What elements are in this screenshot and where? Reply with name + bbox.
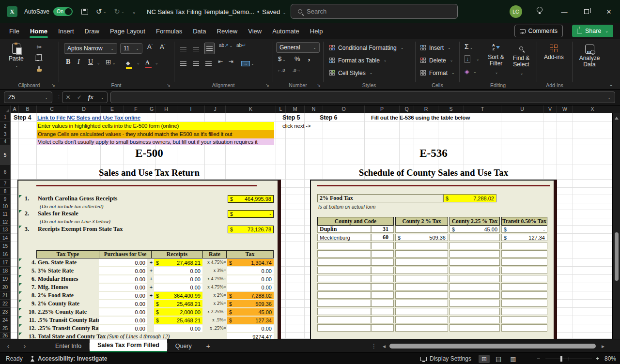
cell-receipts-exempt[interactable]: $ 73,126.78 — [228, 226, 274, 233]
row-header-13[interactable]: 13 — [0, 226, 11, 234]
header-receipts[interactable]: Receipts — [151, 250, 203, 258]
row-header-4[interactable]: 4 — [0, 138, 11, 145]
align-center-button[interactable] — [193, 59, 199, 68]
cell-county-name[interactable] — [317, 267, 371, 274]
cell-county-name[interactable]: Duplin — [317, 226, 371, 233]
cell-county-code[interactable] — [371, 316, 394, 323]
avatar[interactable]: LC — [510, 5, 522, 18]
cell-county-225pct[interactable]: $45.00 — [450, 226, 500, 233]
cell-step4[interactable]: Step 4 — [14, 114, 31, 121]
cell-county-2pct[interactable] — [395, 275, 448, 282]
quick-access-menu-icon[interactable]: ⌄ — [132, 9, 136, 15]
row-header-17[interactable]: 17 — [0, 258, 11, 267]
cell-receipts[interactable]: $364,400.99 — [154, 292, 202, 299]
cell-county-name[interactable] — [317, 291, 371, 299]
column-header-J[interactable]: J — [205, 106, 226, 113]
cell-tax[interactable]: 0.00 — [227, 284, 274, 291]
cell-county-code[interactable] — [371, 250, 394, 258]
paste-button[interactable]: Paste ⌄ — [9, 44, 24, 68]
column-header-A[interactable]: A — [11, 106, 19, 113]
cell-county-name[interactable] — [317, 316, 371, 323]
clear-button[interactable]: ◈ — [465, 68, 469, 75]
cell-county-name[interactable] — [317, 242, 371, 249]
header-county-2[interactable]: County 2 % Tax — [395, 217, 448, 226]
column-header-V[interactable]: V — [543, 106, 557, 113]
page-break-view-button[interactable]: ▥ — [507, 355, 519, 363]
sheet-nav-right-icon[interactable]: › — [16, 339, 33, 352]
share-button[interactable]: Share ⌄ — [572, 25, 613, 37]
menu-tab-page-layout[interactable]: Page Layout — [105, 23, 151, 39]
cell-receipts[interactable]: 0.00 — [154, 325, 202, 332]
cell-transit[interactable] — [501, 242, 547, 249]
align-right-button[interactable] — [205, 59, 212, 68]
column-header-R[interactable]: R — [414, 106, 438, 113]
column-header-O[interactable]: O — [323, 106, 365, 113]
row-header-21[interactable]: 21 — [0, 291, 11, 300]
cell-county-name[interactable] — [317, 275, 371, 282]
column-header-W[interactable]: W — [557, 106, 573, 113]
cell-receipts[interactable]: 0.00 — [154, 275, 202, 283]
sort-filter-button[interactable]: AZ Sort & Filter ⌄ — [485, 44, 507, 76]
column-header-L[interactable]: L — [276, 106, 286, 113]
normal-view-button[interactable]: ⊞ — [479, 355, 490, 363]
cell-county-225pct[interactable] — [450, 283, 500, 290]
header-tax[interactable]: Tax — [226, 250, 274, 258]
menu-tab-help[interactable]: Help — [305, 23, 328, 39]
cell-transit[interactable] — [501, 250, 547, 258]
merge-center-button[interactable]: ↔⌄ — [241, 58, 254, 67]
cell-gross-receipts[interactable]: $ 464,995.98 — [228, 195, 274, 203]
increase-font-button[interactable]: Aˆ — [147, 43, 153, 50]
cell-county-2pct[interactable] — [395, 316, 448, 323]
cell-transit[interactable] — [501, 283, 547, 290]
copy-button[interactable]: ⌄ — [35, 54, 44, 63]
cell-county-2pct[interactable] — [395, 308, 448, 315]
cell-transit[interactable] — [501, 324, 547, 332]
lightbulb-icon[interactable] — [537, 7, 542, 13]
row-header-12[interactable]: 12 — [0, 218, 11, 226]
cell-county-code[interactable] — [371, 258, 394, 266]
row-header-8[interactable]: 8 — [0, 188, 11, 195]
row-header-11[interactable]: 11 — [0, 210, 11, 218]
sheet-tab-query[interactable]: Query — [168, 339, 200, 352]
horizontal-scroll-thumb[interactable] — [389, 344, 596, 349]
column-header-H[interactable]: H — [155, 106, 177, 113]
cell-banner-violet[interactable]: Violet cells don't usually apply to smal… — [37, 138, 274, 145]
cell-tax[interactable]: 0.00 — [227, 267, 274, 274]
cell-tax[interactable]: 0.00 — [227, 325, 274, 332]
decrease-indent-button[interactable]: ⇤ — [218, 58, 223, 65]
grid-canvas[interactable]: Step 4 Link to File NC Sales and Use Tax… — [11, 113, 612, 339]
cell-county-225pct[interactable] — [450, 234, 500, 241]
italic-button[interactable]: I — [78, 58, 80, 66]
cell-county-code[interactable] — [371, 308, 394, 315]
zoom-out-button[interactable]: − — [537, 353, 540, 364]
cell-receipts[interactable]: 0.00 — [154, 284, 202, 291]
e500-line-1[interactable]: 1. North Carolina Gross Receipts $ 464,9… — [18, 195, 278, 203]
name-box[interactable]: Z5 ⌄ — [4, 91, 52, 103]
clipboard-dialog-launcher[interactable]: ↘ — [51, 83, 55, 88]
menu-tab-insert[interactable]: Insert — [53, 23, 79, 39]
row-header-16[interactable]: 16 — [0, 250, 11, 258]
cell-county-225pct[interactable] — [450, 291, 500, 299]
row-header-18[interactable]: 18 — [0, 267, 11, 275]
horizontal-scrollbar[interactable] — [388, 344, 598, 349]
vertical-scrollbar[interactable] — [612, 113, 620, 339]
cell-county-225pct[interactable] — [450, 275, 500, 282]
sheet-tab-enter-info[interactable]: Enter Info — [47, 339, 89, 352]
increase-indent-button[interactable]: ⇥ — [229, 58, 233, 65]
cell-banner-yellow[interactable]: Enter values in highlighted cells into t… — [37, 122, 274, 130]
insert-cells-button[interactable]: Insert⌄ — [420, 43, 451, 53]
cell-county-2pct[interactable] — [395, 226, 448, 233]
column-header-E[interactable]: E — [101, 106, 124, 113]
display-settings-button[interactable]: Display Settings — [420, 353, 471, 364]
cell-county-225pct[interactable] — [450, 250, 500, 258]
menu-tab-automate[interactable]: Automate — [267, 23, 305, 39]
cell-county-name[interactable] — [317, 300, 371, 307]
font-color-button[interactable]: A — [145, 58, 152, 68]
number-dialog-launcher[interactable]: ↘ — [317, 83, 321, 88]
cell-county-225pct[interactable] — [450, 324, 500, 332]
increase-decimal-button[interactable]: ←.0 — [277, 68, 285, 73]
cell-county-225pct[interactable] — [450, 242, 500, 249]
column-header-G[interactable]: G — [148, 106, 155, 113]
cell-tax[interactable]: $7,288.02 — [227, 292, 274, 299]
addins-button[interactable]: Add-ins — [544, 45, 564, 61]
